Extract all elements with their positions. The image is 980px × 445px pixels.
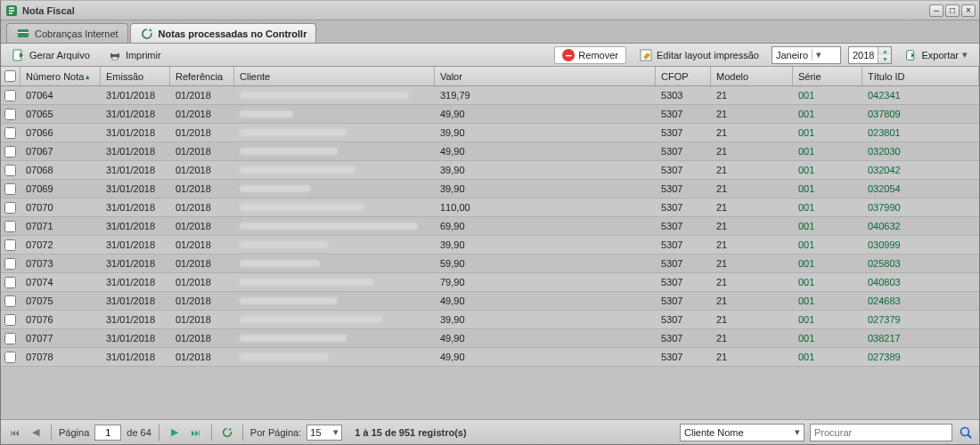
row-checkbox[interactable] xyxy=(4,295,16,307)
row-checkbox-cell[interactable] xyxy=(1,217,20,235)
row-checkbox-cell[interactable] xyxy=(1,255,20,272)
cell-titulo-id[interactable]: 037990 xyxy=(862,198,979,216)
imprimir-button[interactable]: Imprimir xyxy=(102,46,167,64)
table-row[interactable]: 0707131/01/201801/201869,905307210010406… xyxy=(1,217,979,236)
cell-titulo-id[interactable]: 038217 xyxy=(862,329,979,347)
page-next-button[interactable]: ▶ xyxy=(167,425,183,441)
table-row[interactable]: 0706531/01/201801/201849,905307210010378… xyxy=(1,105,979,124)
maximize-button[interactable]: □ xyxy=(945,4,960,17)
cell-titulo-id[interactable]: 040632 xyxy=(862,217,979,235)
row-checkbox-cell[interactable] xyxy=(1,348,20,366)
row-checkbox[interactable] xyxy=(4,239,16,251)
row-checkbox-cell[interactable] xyxy=(1,311,20,328)
cell-serie[interactable]: 001 xyxy=(793,292,862,310)
exportar-button[interactable]: Exportar ▾ xyxy=(899,46,974,64)
cell-serie[interactable]: 001 xyxy=(793,311,862,328)
col-cliente[interactable]: Cliente xyxy=(234,67,435,85)
cell-serie[interactable]: 001 xyxy=(793,217,862,235)
tab-notas-processadas[interactable]: Notas processadas no Controllr xyxy=(130,23,317,43)
month-select[interactable]: Janeiro ▾ xyxy=(772,46,841,64)
spinner-down[interactable]: ▼ xyxy=(878,55,891,63)
spinner-up[interactable]: ▲ xyxy=(878,47,891,55)
table-row[interactable]: 0706431/01/201801/2018319,79530321001042… xyxy=(1,86,979,105)
col-emissao[interactable]: Emissão xyxy=(101,67,170,85)
table-row[interactable]: 0707331/01/201801/201859,905307210010258… xyxy=(1,255,979,273)
row-checkbox[interactable] xyxy=(4,352,16,363)
search-input[interactable] xyxy=(810,424,952,441)
row-checkbox[interactable] xyxy=(4,221,16,232)
cell-titulo-id[interactable]: 042341 xyxy=(862,86,979,104)
row-checkbox[interactable] xyxy=(4,202,16,214)
cell-serie[interactable]: 001 xyxy=(793,198,862,216)
cell-serie[interactable]: 001 xyxy=(793,86,862,104)
page-first-button[interactable]: ⏮ xyxy=(6,425,22,441)
row-checkbox[interactable] xyxy=(4,314,16,326)
row-checkbox[interactable] xyxy=(4,90,16,101)
search-button[interactable] xyxy=(958,425,974,441)
col-numero-nota[interactable]: Número Nota xyxy=(20,67,101,85)
row-checkbox[interactable] xyxy=(4,183,16,195)
cell-titulo-id[interactable]: 027379 xyxy=(862,311,979,328)
page-input[interactable] xyxy=(94,425,121,441)
row-checkbox-cell[interactable] xyxy=(1,198,20,216)
row-checkbox-cell[interactable] xyxy=(1,161,20,179)
row-checkbox[interactable] xyxy=(4,333,16,344)
table-row[interactable]: 0706731/01/201801/201849,905307210010320… xyxy=(1,142,979,161)
editar-layout-button[interactable]: Editar layout impressão xyxy=(633,46,764,64)
close-button[interactable]: × xyxy=(961,4,976,17)
filter-field-select[interactable]: Cliente Nome ▾ xyxy=(680,424,804,441)
cell-titulo-id[interactable]: 030999 xyxy=(862,236,979,254)
per-page-select[interactable]: 15 ▾ xyxy=(306,425,342,441)
cell-titulo-id[interactable]: 024683 xyxy=(862,292,979,310)
col-serie[interactable]: Série xyxy=(793,67,862,85)
remover-button[interactable]: – Remover xyxy=(554,46,626,64)
row-checkbox[interactable] xyxy=(4,109,16,120)
table-row[interactable]: 0707831/01/201801/201849,905307210010273… xyxy=(1,348,979,367)
cell-serie[interactable]: 001 xyxy=(793,105,862,123)
table-row[interactable]: 0706931/01/201801/201839,905307210010320… xyxy=(1,180,979,198)
table-row[interactable]: 0707231/01/201801/201839,905307210010309… xyxy=(1,236,979,255)
row-checkbox-cell[interactable] xyxy=(1,142,20,160)
cell-serie[interactable]: 001 xyxy=(793,255,862,272)
row-checkbox-cell[interactable] xyxy=(1,180,20,198)
minimize-button[interactable]: – xyxy=(929,4,943,17)
table-row[interactable]: 0707631/01/201801/201839,905307210010273… xyxy=(1,311,979,329)
table-row[interactable]: 0707431/01/201801/201879,905307210010408… xyxy=(1,273,979,292)
cell-serie[interactable]: 001 xyxy=(793,273,862,291)
cell-serie[interactable]: 001 xyxy=(793,161,862,179)
table-row[interactable]: 0707031/01/201801/2018110,00530721001037… xyxy=(1,198,979,217)
page-prev-button[interactable]: ◀ xyxy=(28,425,44,441)
cell-serie[interactable]: 001 xyxy=(793,348,862,366)
row-checkbox-cell[interactable] xyxy=(1,292,20,310)
page-last-button[interactable]: ⏭ xyxy=(188,425,204,441)
row-checkbox-cell[interactable] xyxy=(1,124,20,142)
row-checkbox-cell[interactable] xyxy=(1,105,20,123)
cell-titulo-id[interactable]: 032030 xyxy=(862,142,979,160)
row-checkbox[interactable] xyxy=(4,277,16,288)
row-checkbox-cell[interactable] xyxy=(1,86,20,104)
col-modelo[interactable]: Modelo xyxy=(711,67,793,85)
year-spinner[interactable]: 2018 ▲ ▼ xyxy=(848,46,892,64)
cell-serie[interactable]: 001 xyxy=(793,124,862,142)
cell-titulo-id[interactable]: 023801 xyxy=(862,124,979,142)
table-row[interactable]: 0706631/01/201801/201839,905307210010238… xyxy=(1,124,979,142)
cell-serie[interactable]: 001 xyxy=(793,180,862,198)
cell-titulo-id[interactable]: 040803 xyxy=(862,273,979,291)
select-all-checkbox[interactable] xyxy=(4,70,16,82)
row-checkbox-cell[interactable] xyxy=(1,329,20,347)
cell-titulo-id[interactable]: 027389 xyxy=(862,348,979,366)
cell-serie[interactable]: 001 xyxy=(793,329,862,347)
table-row[interactable]: 0707531/01/201801/201849,905307210010246… xyxy=(1,292,979,311)
cell-titulo-id[interactable]: 032054 xyxy=(862,180,979,198)
row-checkbox[interactable] xyxy=(4,127,16,139)
row-checkbox[interactable] xyxy=(4,258,16,270)
row-checkbox[interactable] xyxy=(4,165,16,176)
cell-serie[interactable]: 001 xyxy=(793,236,862,254)
col-valor[interactable]: Valor xyxy=(435,67,656,85)
refresh-button[interactable] xyxy=(219,425,235,441)
cell-titulo-id[interactable]: 025803 xyxy=(862,255,979,272)
header-checkbox-col[interactable] xyxy=(1,67,20,85)
row-checkbox[interactable] xyxy=(4,146,16,158)
gerar-arquivo-button[interactable]: Gerar Arquivo xyxy=(6,46,95,64)
table-row[interactable]: 0707731/01/201801/201849,905307210010382… xyxy=(1,329,979,348)
